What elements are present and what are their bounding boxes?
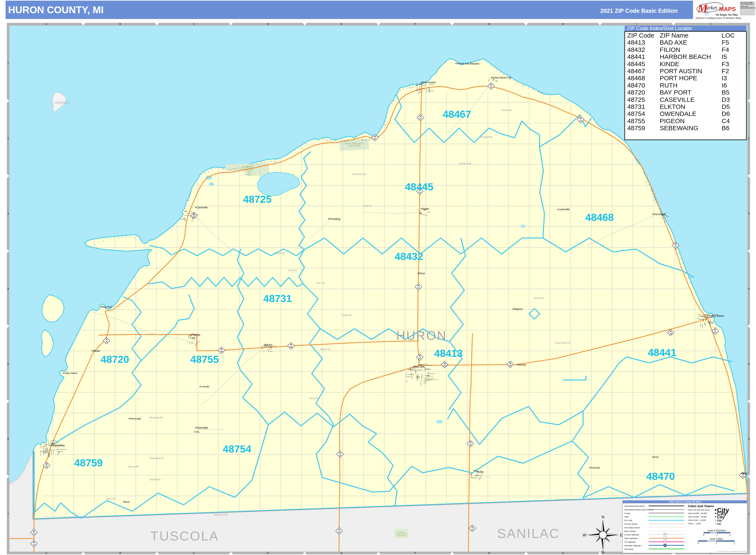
- svg-text:4: 4: [748, 287, 750, 290]
- svg-text:Linkville: Linkville: [201, 385, 209, 388]
- svg-text:1-888-434-MAPS (6277): 1-888-434-MAPS (6277): [741, 3, 753, 5]
- svg-text:I5: I5: [722, 53, 727, 60]
- svg-text:1: 1: [716, 534, 718, 536]
- svg-text:25: 25: [580, 120, 582, 122]
- svg-text:0: 0: [703, 534, 704, 536]
- svg-text:5: 5: [7, 362, 9, 366]
- svg-text:2021 © Intelligent Direct, Inc: 2021 © Intelligent Direct, Inc. Middleto…: [717, 551, 746, 552]
- svg-text:PARK: PARK: [245, 173, 251, 176]
- svg-text:MAPS: MAPS: [719, 6, 736, 12]
- svg-text:E: E: [341, 23, 342, 26]
- svg-text:M: M: [444, 362, 445, 365]
- svg-text:America’s Leading Source of B: America’s Leading Source of Business Map…: [695, 16, 742, 19]
- svg-text:PORT AUSTIN: PORT AUSTIN: [660, 68, 702, 75]
- svg-text:Rescue Rd: Rescue Rd: [128, 466, 138, 468]
- svg-text:Cities 1 - 4,999: Cities 1 - 4,999: [688, 522, 701, 525]
- svg-text:6: 6: [748, 438, 750, 440]
- svg-text:M: M: [418, 285, 419, 287]
- svg-text:48468: 48468: [627, 75, 645, 82]
- svg-text:123: 123: [664, 533, 666, 535]
- svg-text:H: H: [562, 552, 564, 555]
- svg-text:53: 53: [418, 357, 421, 359]
- svg-text:City: City: [717, 515, 725, 519]
- svg-text:6: 6: [7, 438, 9, 440]
- svg-text:Pinnebog: Pinnebog: [329, 217, 340, 220]
- svg-text:SANILAC: SANILAC: [497, 526, 559, 541]
- svg-text:Verona Rd: Verona Rd: [534, 297, 544, 299]
- svg-text:48470: 48470: [627, 82, 645, 89]
- svg-text:123: 123: [664, 541, 666, 543]
- svg-text:48413: 48413: [627, 39, 645, 46]
- svg-text:25: 25: [33, 532, 35, 535]
- svg-text:48467: 48467: [443, 109, 471, 120]
- svg-text:Limerick Rd: Limerick Rd: [273, 252, 285, 254]
- svg-text:RUTH: RUTH: [660, 82, 677, 89]
- svg-text:2021 Huron County, MI Map: 2021 Huron County, MI Map: [669, 500, 701, 503]
- svg-text:BAD AXE: BAD AXE: [660, 39, 687, 46]
- svg-text:D6: D6: [722, 110, 730, 117]
- svg-text:Cities 50,000 - 99,999: Cities 50,000 - 99,999: [688, 512, 707, 514]
- svg-text:ZIP Code: ZIP Code: [627, 32, 654, 39]
- svg-text:Stoddard Rd: Stoddard Rd: [480, 136, 492, 138]
- svg-text:48725: 48725: [243, 194, 271, 205]
- svg-text:STATE: STATE: [244, 171, 251, 173]
- svg-text:Crown Rd: Crown Rd: [342, 314, 351, 316]
- svg-text:25: 25: [193, 216, 195, 218]
- svg-text:Secondary Streets: Secondary Streets: [624, 526, 640, 529]
- svg-text:Sand Beach Rd: Sand Beach Rd: [555, 342, 570, 344]
- svg-text:48445: 48445: [405, 181, 433, 193]
- svg-text:123: 123: [664, 545, 666, 546]
- svg-text:M: M: [419, 355, 421, 357]
- svg-text:PORT CRESCENT: PORT CRESCENT: [345, 142, 363, 145]
- svg-text:48731: 48731: [627, 103, 645, 110]
- svg-text:142: 142: [443, 365, 447, 367]
- svg-text:M: M: [509, 362, 511, 364]
- svg-text:HURON COUNTY, MI: HURON COUNTY, MI: [8, 4, 103, 15]
- svg-text:Ruth: Ruth: [654, 456, 659, 458]
- svg-text:D5: D5: [722, 103, 730, 110]
- svg-text:ZIP Code: ZIP Code: [624, 519, 632, 521]
- svg-text:48720: 48720: [627, 89, 645, 96]
- svg-text:ARENAC: ARENAC: [55, 101, 70, 105]
- svg-text:48755: 48755: [627, 117, 645, 124]
- svg-text:Bay Port: Bay Port: [102, 305, 112, 308]
- svg-text:B5: B5: [722, 89, 729, 96]
- svg-text:G: G: [488, 552, 490, 555]
- svg-text:Lewisville: Lewisville: [559, 208, 570, 211]
- svg-text:142: 142: [289, 346, 293, 348]
- svg-text:53: 53: [417, 287, 420, 289]
- svg-text:International States and Provi: International States and Provinces: [624, 509, 654, 511]
- svg-text:48725: 48725: [627, 96, 645, 103]
- svg-text:M: M: [106, 338, 108, 340]
- svg-text:48755: 48755: [190, 354, 219, 365]
- svg-text:TUSCOLA: TUSCOLA: [151, 528, 219, 543]
- svg-text:48754: 48754: [627, 110, 645, 117]
- svg-text:53: 53: [338, 531, 340, 533]
- svg-text:EMAIL US AT:: EMAIL US AT:: [741, 6, 748, 7]
- svg-text:County Highways: County Highways: [624, 533, 639, 536]
- svg-text:Owendale: Owendale: [197, 426, 208, 429]
- svg-text:Primary Streets: Primary Streets: [624, 523, 638, 525]
- svg-text:3: 3: [748, 212, 750, 215]
- svg-text:US Highways: US Highways: [624, 541, 636, 543]
- svg-text:4: 4: [7, 287, 9, 290]
- svg-text:Parisville: Parisville: [591, 466, 600, 469]
- svg-text:Kinde: Kinde: [422, 207, 429, 210]
- svg-text:48731: 48731: [263, 293, 292, 304]
- svg-text:142: 142: [509, 365, 512, 367]
- svg-text:F3: F3: [722, 60, 729, 68]
- svg-text:Scale in Kilometers: Scale in Kilometers: [708, 529, 726, 532]
- svg-text:HURON: HURON: [396, 329, 447, 342]
- svg-text:2: 2: [7, 137, 9, 140]
- svg-text:25: 25: [374, 138, 376, 140]
- svg-text:Weale: Weale: [93, 349, 100, 352]
- svg-text:E: E: [341, 552, 342, 555]
- svg-text:Cities 100,000 and Above: Cities 100,000 and Above: [688, 509, 710, 511]
- svg-text:2: 2: [734, 542, 735, 545]
- svg-text:142: 142: [220, 350, 223, 353]
- svg-text:PORT HOPE: PORT HOPE: [660, 75, 697, 82]
- svg-text:Verona: Verona: [518, 363, 526, 366]
- svg-text:M: M: [490, 84, 492, 86]
- svg-text:I: I: [636, 23, 637, 26]
- svg-text:Bad Axe: Bad Axe: [414, 365, 424, 368]
